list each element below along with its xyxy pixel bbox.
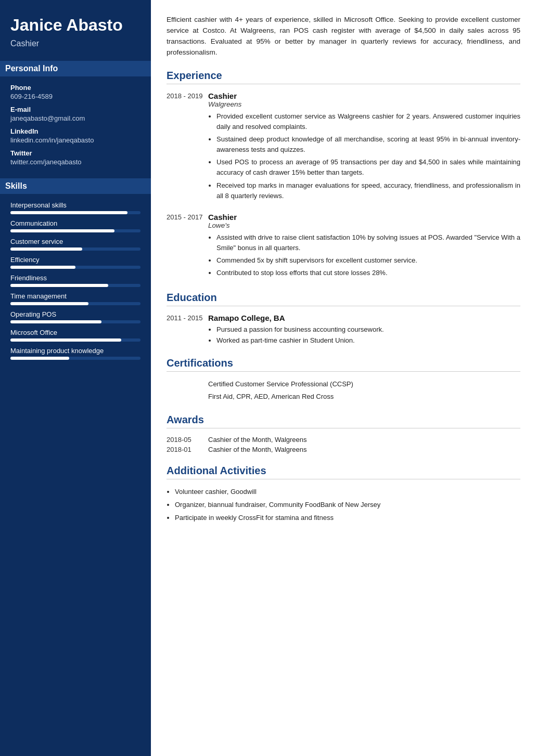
skill-item: Customer service [10,238,141,251]
linkedin-value: linkedin.com/in/janeqabasto [10,136,141,144]
experience-entry: 2015 - 2017CashierLowe'sAssisted with dr… [167,213,520,281]
certifications-section: Certifications Certified Customer Servic… [167,357,520,403]
skill-name: Efficiency [10,256,141,264]
skill-item: Interpersonal skills [10,201,141,214]
experience-bullet: Contributed to stop loss efforts that cu… [216,268,520,278]
experience-list: 2018 - 2019CashierWalgreensProvided exce… [167,92,520,281]
phone-value: 609-216-4589 [10,93,141,100]
skills-section: Skills Interpersonal skillsCommunication… [10,178,141,360]
skill-bar-bg [10,229,141,232]
education-school: Ramapo College, BA [208,314,520,322]
awards-section: Awards 2018-05Cashier of the Month, Walg… [167,414,520,453]
skill-bar-bg [10,338,141,342]
education-title: Education [167,292,520,306]
personal-info-header: Personal Info [0,61,151,76]
skill-bar-fill [10,266,75,269]
education-section: Education 2011 - 2015Ramapo College, BAP… [167,292,520,345]
experience-bullet: Commended 5x by shift supervisors for ex… [216,255,520,266]
award-entry: 2018-05Cashier of the Month, Walgreens [167,436,520,444]
experience-company: Lowe's [208,221,520,229]
sidebar: Janice Abasto Cashier Personal Info Phon… [0,0,151,756]
activities-section: Additional Activities Volunteer cashier,… [167,465,520,523]
experience-bullets: Assisted with drive to raise client sati… [208,232,520,279]
skill-bar-fill [10,338,121,342]
skill-bar-fill [10,211,127,214]
skill-bar-bg [10,357,141,360]
awards-list: 2018-05Cashier of the Month, Walgreens20… [167,436,520,453]
experience-section: Experience 2018 - 2019CashierWalgreensPr… [167,70,520,281]
experience-job-title: Cashier [208,213,520,221]
education-bullet: Pursued a passion for business accountin… [216,324,520,335]
skill-name: Customer service [10,238,141,245]
skill-bar-bg [10,320,141,323]
skill-name: Maintaining product knowledge [10,347,141,355]
certifications-title: Certifications [167,357,520,372]
skill-bar-bg [10,302,141,305]
activity-item: Participate in weekly CrossFit for stami… [175,513,520,524]
linkedin-label: LinkedIn [10,127,141,135]
education-bullet: Worked as part-time cashier in Student U… [216,335,520,346]
education-dates: 2011 - 2015 [167,314,208,345]
skill-name: Operating POS [10,310,141,318]
award-text: Cashier of the Month, Walgreens [208,446,307,453]
experience-company: Walgreens [208,100,520,108]
phone-label: Phone [10,84,141,92]
skill-bar-fill [10,284,108,287]
experience-content: CashierWalgreensProvided excellent custo… [208,92,520,203]
skills-list: Interpersonal skillsCommunicationCustome… [10,201,141,360]
twitter-value: twitter.com/janeqabasto [10,158,141,166]
skill-item: Friendliness [10,274,141,287]
skill-bar-bg [10,247,141,251]
email-label: E-mail [10,106,141,113]
education-list: 2011 - 2015Ramapo College, BAPursued a p… [167,314,520,345]
skill-item: Communication [10,219,141,232]
experience-dates: 2018 - 2019 [167,92,208,203]
skill-bar-fill [10,320,101,323]
skill-item: Maintaining product knowledge [10,347,141,360]
experience-bullet: Assisted with drive to raise client sati… [216,232,520,253]
education-content: Ramapo College, BAPursued a passion for … [208,314,520,345]
award-date: 2018-05 [167,436,208,444]
skill-item: Efficiency [10,256,141,269]
skill-name: Time management [10,292,141,300]
skills-header: Skills [0,178,151,194]
experience-bullet: Provided excellent customer service as W… [216,111,520,132]
skill-name: Friendliness [10,274,141,282]
skill-name: Communication [10,219,141,227]
experience-dates: 2015 - 2017 [167,213,208,281]
twitter-label: Twitter [10,149,141,157]
certification-entry: First Aid, CPR, AED, American Red Cross [167,392,520,402]
email-value: janeqabasto@gmail.com [10,114,141,122]
skill-name: Interpersonal skills [10,201,141,209]
experience-bullet: Received top marks in manager evaluation… [216,180,520,201]
certification-entry: Certified Customer Service Professional … [167,379,520,390]
certifications-list: Certified Customer Service Professional … [167,379,520,403]
experience-bullet: Sustained deep product knowledge of all … [216,134,520,155]
award-text: Cashier of the Month, Walgreens [208,436,307,444]
education-bullets: Pursued a passion for business accountin… [208,324,520,345]
experience-title: Experience [167,70,520,84]
skill-bar-fill [10,357,69,360]
activity-item: Organizer, biannual fundraiser, Communit… [175,500,520,511]
certification-text: Certified Customer Service Professional … [208,379,353,390]
experience-bullets: Provided excellent customer service as W… [208,111,520,201]
education-entry: 2011 - 2015Ramapo College, BAPursued a p… [167,314,520,345]
activities-title: Additional Activities [167,465,520,479]
experience-job-title: Cashier [208,92,520,100]
activity-item: Volunteer cashier, Goodwill [175,487,520,498]
applicant-name: Janice Abasto [10,16,141,35]
certification-text: First Aid, CPR, AED, American Red Cross [208,392,334,402]
applicant-title: Cashier [10,39,141,48]
awards-title: Awards [167,414,520,428]
certification-indent [167,379,208,390]
skill-bar-bg [10,284,141,287]
experience-entry: 2018 - 2019CashierWalgreensProvided exce… [167,92,520,203]
experience-bullet: Used POS to process an average of 95 tra… [216,157,520,178]
skill-bar-bg [10,211,141,214]
main-content: Efficient cashier with 4+ years of exper… [151,0,536,756]
skill-item: Operating POS [10,310,141,323]
award-entry: 2018-01Cashier of the Month, Walgreens [167,446,520,453]
experience-content: CashierLowe'sAssisted with drive to rais… [208,213,520,281]
activities-list: Volunteer cashier, GoodwillOrganizer, bi… [167,487,520,523]
certification-indent [167,392,208,402]
